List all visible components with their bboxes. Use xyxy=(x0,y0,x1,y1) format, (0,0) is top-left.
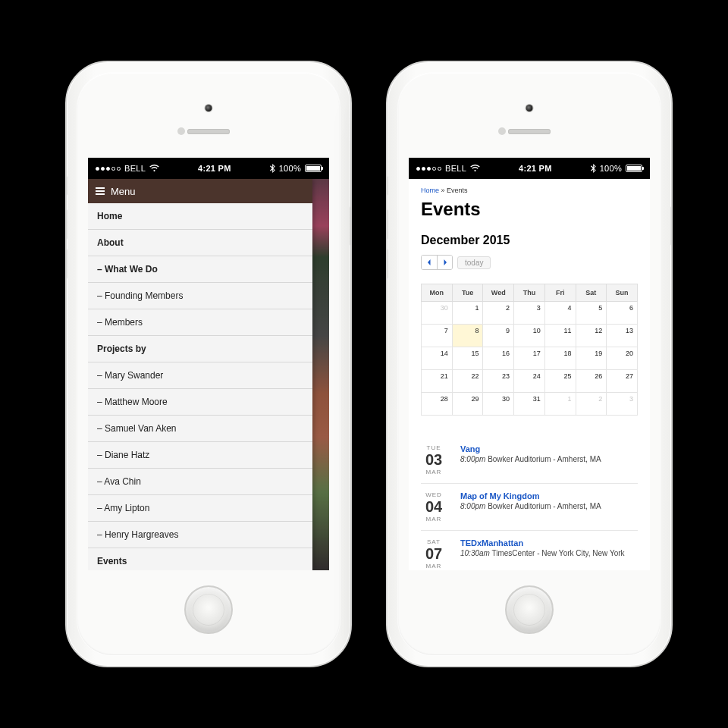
menu-item[interactable]: – What We Do xyxy=(88,256,312,283)
calendar-day-cell[interactable]: 3 xyxy=(607,393,638,416)
event-title-link[interactable]: Vang xyxy=(460,444,601,453)
calendar-day-cell[interactable]: 17 xyxy=(514,347,545,370)
event-title-link[interactable]: Map of My Kingdom xyxy=(460,491,601,500)
menu-item[interactable]: – Henry Hargreaves xyxy=(88,522,312,548)
nav-menu-panel: Menu HomeAbout– What We Do– Founding Mem… xyxy=(88,179,312,570)
menu-header[interactable]: Menu xyxy=(88,179,312,203)
calendar-day-cell[interactable]: 6 xyxy=(607,302,638,325)
event-date: TUE03MAR xyxy=(421,444,447,475)
signal-dots-icon xyxy=(96,167,121,171)
carrier-label: BELL xyxy=(445,164,466,173)
breadcrumb-current: Events xyxy=(447,187,468,194)
calendar-day-cell[interactable]: 2 xyxy=(576,393,607,416)
mute-switch xyxy=(65,176,67,196)
calendar-prev-button[interactable] xyxy=(422,256,437,269)
calendar-day-cell[interactable]: 21 xyxy=(422,370,453,393)
calendar-day-cell[interactable]: 18 xyxy=(544,347,576,370)
calendar-header-cell: Thu xyxy=(514,284,545,302)
calendar-day-cell[interactable]: 1 xyxy=(452,302,483,325)
home-button[interactable] xyxy=(505,585,554,634)
volume-down-button xyxy=(65,249,67,279)
menu-item[interactable]: – Founding Members xyxy=(88,283,312,309)
volume-down-button xyxy=(386,249,388,279)
calendar-day-cell[interactable]: 20 xyxy=(607,347,638,370)
event-row[interactable]: SAT07MARTEDxManhattan10:30am TimesCenter… xyxy=(421,531,638,570)
calendar-day-cell[interactable]: 5 xyxy=(576,302,607,325)
calendar-grid: MonTueWedThuFriSatSun 301234567891011121… xyxy=(421,284,638,416)
calendar-day-cell[interactable]: 13 xyxy=(607,325,638,347)
menu-item[interactable]: – Diane Hatz xyxy=(88,442,312,469)
calendar-day-cell[interactable]: 29 xyxy=(452,393,483,416)
menu-item[interactable]: Home xyxy=(88,203,312,230)
event-meta: 8:00pm Bowker Auditorium - Amherst, MA xyxy=(460,502,601,510)
calendar-day-cell[interactable]: 15 xyxy=(452,347,483,370)
calendar-day-cell[interactable]: 10 xyxy=(514,325,545,347)
calendar-header-cell: Tue xyxy=(452,284,483,302)
camera-icon xyxy=(526,105,533,111)
calendar-day-cell[interactable]: 4 xyxy=(544,302,576,325)
event-meta: 10:30am TimesCenter - New York City, New… xyxy=(460,549,625,557)
calendar-day-cell[interactable]: 30 xyxy=(422,302,453,325)
menu-item[interactable]: – Amy Lipton xyxy=(88,495,312,522)
calendar-day-cell[interactable]: 25 xyxy=(544,370,576,393)
calendar-day-cell[interactable]: 27 xyxy=(607,370,638,393)
hamburger-icon xyxy=(96,187,105,195)
event-row[interactable]: WED04MARMap of My Kingdom8:00pm Bowker A… xyxy=(421,484,638,531)
calendar-header-cell: Wed xyxy=(483,284,514,302)
calendar-day-cell[interactable]: 7 xyxy=(422,325,453,347)
breadcrumb: Home » Events xyxy=(421,187,638,194)
calendar-day-cell[interactable]: 31 xyxy=(514,393,545,416)
calendar-day-cell[interactable]: 14 xyxy=(422,347,453,370)
carrier-label: BELL xyxy=(124,164,146,173)
menu-item[interactable]: Projects by xyxy=(88,336,312,362)
calendar-day-cell[interactable]: 28 xyxy=(422,393,453,416)
menu-item[interactable]: – Ava Chin xyxy=(88,469,312,495)
menu-item[interactable]: – Matthew Moore xyxy=(88,389,312,416)
event-month: MAR xyxy=(421,469,447,475)
wifi-icon xyxy=(470,165,480,172)
calendar-day-cell[interactable]: 9 xyxy=(483,325,514,347)
event-month: MAR xyxy=(421,563,447,570)
bluetooth-icon xyxy=(591,164,596,173)
calendar-day-cell[interactable]: 12 xyxy=(576,325,607,347)
calendar-day-cell[interactable]: 30 xyxy=(483,393,514,416)
calendar-day-cell[interactable]: 26 xyxy=(576,370,607,393)
event-day: 07 xyxy=(421,546,447,562)
calendar-day-cell[interactable]: 8 xyxy=(452,325,483,347)
calendar-day-cell[interactable]: 11 xyxy=(544,325,576,347)
menu-item[interactable]: – Samuel Van Aken xyxy=(88,416,312,442)
earpiece-speaker xyxy=(508,129,551,134)
calendar-day-cell[interactable]: 23 xyxy=(483,370,514,393)
menu-item[interactable]: About xyxy=(88,230,312,256)
page-title: Events xyxy=(421,199,638,220)
menu-item[interactable]: – Mary Swander xyxy=(88,362,312,389)
phone-mockup-left: BELL 4:21 PM 100% Menu Hom xyxy=(65,61,352,667)
sensor-icon xyxy=(177,127,185,135)
volume-up-button xyxy=(386,209,388,240)
menu-item[interactable]: – Members xyxy=(88,309,312,336)
breadcrumb-home-link[interactable]: Home xyxy=(421,187,439,194)
calendar-day-cell[interactable]: 19 xyxy=(576,347,607,370)
calendar-day-cell[interactable]: 1 xyxy=(544,393,576,416)
calendar-day-cell[interactable]: 2 xyxy=(483,302,514,325)
phone-mockup-right: BELL 4:21 PM 100% Home » Events Events xyxy=(386,61,673,667)
calendar-day-cell[interactable]: 16 xyxy=(483,347,514,370)
status-time: 4:21 PM xyxy=(519,164,552,173)
calendar-day-cell[interactable]: 3 xyxy=(514,302,545,325)
calendar-day-cell[interactable]: 24 xyxy=(514,370,545,393)
sensor-icon xyxy=(498,127,506,135)
menu-list: HomeAbout– What We Do– Founding Members–… xyxy=(88,203,312,570)
phone-body: BELL 4:21 PM 100% Home » Events Events xyxy=(398,73,661,655)
menu-item[interactable]: Events xyxy=(88,548,312,570)
calendar-today-button[interactable]: today xyxy=(457,256,491,269)
home-button[interactable] xyxy=(184,585,233,634)
battery-icon xyxy=(305,165,322,172)
calendar-day-cell[interactable]: 22 xyxy=(452,370,483,393)
event-title-link[interactable]: TEDxManhattan xyxy=(460,538,625,548)
phone-body: BELL 4:21 PM 100% Menu Hom xyxy=(77,73,340,655)
event-row[interactable]: TUE03MARVang8:00pm Bowker Auditorium - A… xyxy=(421,437,638,484)
calendar-header-cell: Sat xyxy=(576,284,607,302)
event-day: 03 xyxy=(421,452,447,468)
screen-left: BELL 4:21 PM 100% Menu Hom xyxy=(88,158,329,570)
calendar-next-button[interactable] xyxy=(437,256,452,269)
